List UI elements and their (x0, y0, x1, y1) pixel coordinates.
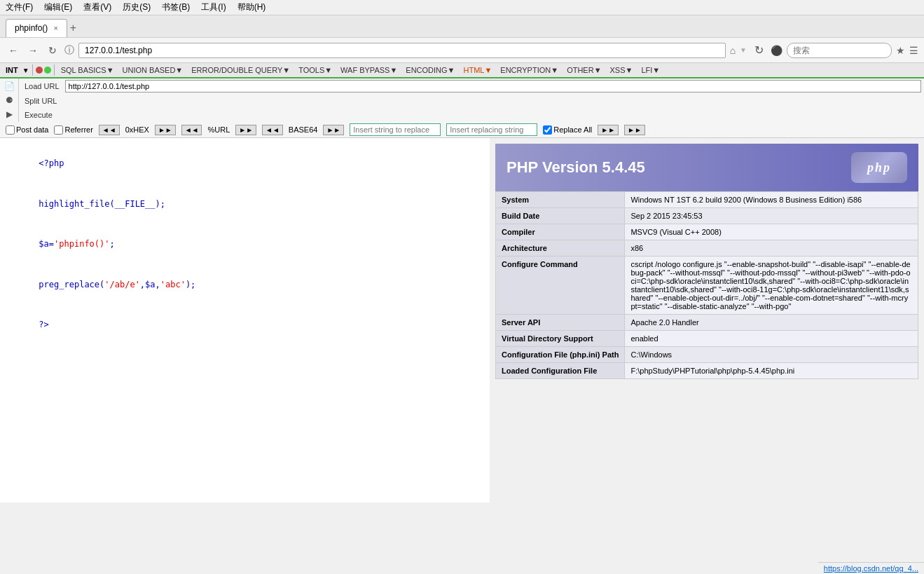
reload-button[interactable]: ↻ (45, 43, 60, 58)
php-logo: php (851, 152, 907, 183)
code-line-1: <?php (8, 144, 481, 184)
replace-all-label: Replace All (553, 125, 592, 134)
hackbar-side-icons: 📄 ⚈ ▶ (0, 78, 19, 122)
home-icon[interactable]: ⌂ (730, 45, 736, 56)
hackbar-split-url-row: Split URL (19, 94, 924, 108)
separator-2 (54, 64, 55, 76)
table-key: Server API (496, 315, 625, 331)
menu-view[interactable]: 查看(V) (83, 1, 111, 13)
lfi-btn[interactable]: LFI▼ (637, 64, 663, 76)
union-based-btn[interactable]: UNION BASED▼ (119, 64, 187, 76)
php-logo-text: php (867, 160, 891, 175)
code-str3: 'abc' (160, 280, 186, 289)
tools-btn[interactable]: TOOLS▼ (295, 64, 336, 76)
table-row: Configuration File (php.ini) PathC:\Wind… (496, 347, 918, 363)
tab-new-button[interactable]: + (70, 22, 76, 34)
referrer-checkbox-label[interactable]: Referrer (54, 125, 92, 135)
reader-icon[interactable]: ☰ (909, 45, 918, 56)
table-value: C:\Windows (625, 347, 918, 363)
table-value: Sep 2 2015 23:45:53 (625, 208, 918, 224)
security-icon: ⓘ (64, 44, 74, 57)
base64-left-arrow[interactable]: ◄◄ (262, 125, 283, 135)
code-str2: '/ab/e' (104, 280, 140, 289)
table-key: Architecture (496, 240, 625, 257)
other-btn[interactable]: OTHER▼ (563, 64, 605, 76)
code-line-2: highlight_file(__FILE__); (8, 184, 481, 225)
code-semi1: ; (110, 239, 115, 249)
tab-close-button[interactable]: × (53, 24, 57, 32)
table-row: CompilerMSVC9 (Visual C++ 2008) (496, 224, 918, 240)
table-row: SystemWindows NT 1ST 6.2 build 9200 (Win… (496, 192, 918, 208)
load-url-label[interactable]: Load URL (22, 81, 62, 92)
replace-all-checkbox-label[interactable]: Replace All (543, 125, 592, 135)
table-key: Build Date (496, 208, 625, 224)
encryption-btn[interactable]: ENCRYPTION▼ (497, 64, 562, 76)
table-row: Server APIApache 2.0 Handler (496, 315, 918, 331)
table-value: MSVC9 (Visual C++ 2008) (625, 224, 918, 240)
table-value: F:\phpStudy\PHPTutorial\php\php-5.4.45\p… (625, 363, 918, 379)
reload-btn2[interactable]: ↻ (751, 43, 766, 58)
table-value: enabled (625, 331, 918, 347)
split-url-label[interactable]: Split URL (22, 95, 60, 107)
search-input[interactable] (787, 43, 892, 58)
hackbar-url-area: Load URL Split URL Execute (19, 78, 924, 122)
int-dropdown[interactable]: ▼ (22, 67, 29, 74)
table-key: Loaded Configuration File (496, 363, 625, 379)
execute-icon[interactable]: ▶ (3, 108, 15, 121)
menu-tools[interactable]: 工具(I) (201, 1, 226, 13)
table-row: Architecturex86 (496, 240, 918, 257)
menu-file[interactable]: 文件(F) (6, 1, 33, 13)
code-panel: <?php highlight_file(__FILE__); $a='phpi… (0, 138, 490, 503)
menu-bar: 文件(F) 编辑(E) 查看(V) 历史(S) 书签(B) 工具(I) 帮助(H… (0, 0, 924, 15)
code-var1: $a= (39, 239, 54, 249)
encoding-btn[interactable]: ENCODING▼ (402, 64, 458, 76)
referrer-checkbox[interactable] (54, 125, 63, 135)
address-input[interactable] (78, 43, 726, 58)
table-row: Virtual Directory Supportenabled (496, 331, 918, 347)
replace-right-arrow2[interactable]: ►► (624, 125, 645, 135)
table-value: cscript /nologo configure.js "--enable-s… (625, 257, 918, 315)
back-button[interactable]: ← (6, 43, 21, 58)
forward-button[interactable]: → (25, 43, 41, 58)
bookmark-icon[interactable]: ★ (896, 45, 905, 56)
hex-left-arrow[interactable]: ◄◄ (99, 125, 120, 135)
menu-history[interactable]: 历史(S) (123, 1, 151, 13)
code-func2: preg_replace( (39, 280, 104, 289)
hackbar-opts-row: Post data Referrer ◄◄ 0xHEX ►► ◄◄ %URL ►… (0, 122, 924, 137)
hex-right-arrow[interactable]: ►► (155, 125, 176, 135)
tab-title: phpinfo() (15, 23, 48, 33)
waf-bypass-btn[interactable]: WAF BYPASS▼ (337, 64, 401, 76)
split-url-icon[interactable]: ⚈ (3, 94, 15, 107)
insert-string-input[interactable] (350, 123, 441, 136)
phpinfo-panel: PHP Version 5.4.45 php SystemWindows NT … (490, 138, 924, 503)
post-data-checkbox-label[interactable]: Post data (6, 125, 48, 135)
url-right-arrow[interactable]: ►► (235, 125, 256, 135)
menu-edit[interactable]: 编辑(E) (44, 1, 72, 13)
separator-1 (32, 64, 33, 76)
menu-bookmarks[interactable]: 书签(B) (162, 1, 190, 13)
replace-right-arrow[interactable]: ►► (598, 125, 619, 135)
home-dropdown[interactable]: ▼ (740, 46, 747, 54)
replace-all-checkbox[interactable] (543, 125, 552, 135)
tab-phpinfo[interactable]: phpinfo() × (6, 19, 67, 37)
hackbar-execute-row: Execute (19, 108, 924, 122)
url-left-arrow[interactable]: ◄◄ (181, 125, 202, 135)
error-double-query-btn[interactable]: ERROR/DOUBLE QUERY▼ (188, 64, 294, 76)
base64-right-arrow[interactable]: ►► (323, 125, 344, 135)
stop-icon[interactable]: ⚫ (771, 45, 782, 56)
xss-btn[interactable]: XSS▼ (607, 64, 637, 76)
base64-label: BASE64 (289, 125, 318, 134)
hex-label: 0xHEX (125, 125, 149, 134)
load-url-icon[interactable]: 📄 (3, 80, 15, 93)
sql-basics-btn[interactable]: SQL BASICS▼ (57, 64, 118, 76)
table-key: System (496, 192, 625, 208)
execute-label[interactable]: Execute (22, 109, 55, 121)
replacing-string-input[interactable] (446, 123, 537, 136)
table-key: Configure Command (496, 257, 625, 315)
post-data-checkbox[interactable] (6, 125, 15, 135)
html-btn[interactable]: HTML▼ (460, 64, 495, 76)
menu-help[interactable]: 帮助(H) (237, 1, 266, 13)
tab-bar: phpinfo() × + (0, 15, 924, 38)
hackbar-content-row: 📄 ⚈ ▶ Load URL Split URL Execute (0, 78, 924, 122)
hackbar-url-input[interactable] (65, 80, 921, 93)
